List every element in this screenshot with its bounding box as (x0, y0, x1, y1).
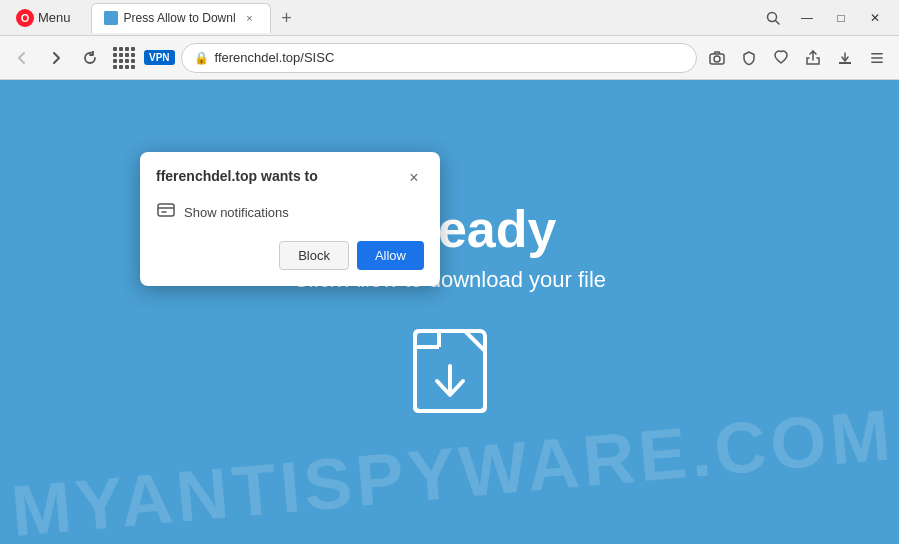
dialog-permission: Show notifications (156, 200, 424, 225)
tab-close-button[interactable]: × (242, 10, 258, 26)
address-bar-actions (703, 44, 891, 72)
notification-dialog: fferenchdel.top wants to × Show notifica… (140, 152, 440, 286)
lock-icon: 🔒 (194, 51, 209, 65)
menu-dots-button[interactable] (863, 44, 891, 72)
new-tab-button[interactable]: + (273, 5, 301, 33)
camera-button[interactable] (703, 44, 731, 72)
url-text: fferenchdel.top/SISC (215, 50, 684, 65)
dialog-title: fferenchdel.top wants to (156, 168, 318, 184)
svg-line-2 (776, 20, 780, 24)
dialog-actions: Block Allow (156, 241, 424, 270)
forward-button[interactable] (42, 44, 70, 72)
svg-rect-5 (871, 53, 883, 55)
svg-rect-6 (871, 57, 883, 59)
page-text-area: Is Ready Click Allow to download your fi… (0, 80, 899, 544)
menu-label: Menu (38, 10, 71, 25)
window-controls: — □ ✕ (757, 2, 891, 34)
vpn-badge[interactable]: VPN (144, 50, 175, 65)
address-bar: VPN 🔒 fferenchdel.top/SISC (0, 36, 899, 80)
maximize-button[interactable]: □ (825, 2, 857, 34)
minimize-button[interactable]: — (791, 2, 823, 34)
block-button[interactable]: Block (279, 241, 349, 270)
back-button[interactable] (8, 44, 36, 72)
grid-view-button[interactable] (110, 44, 138, 72)
tabs-area: Press Allow to Downl × + (87, 3, 749, 33)
page-content: MYANTISPYWARE.COM Is Ready Click Allow t… (0, 80, 899, 544)
svg-rect-12 (158, 204, 174, 216)
browser-frame: O Menu Press Allow to Downl × + — (0, 0, 899, 544)
dialog-header: fferenchdel.top wants to × (156, 168, 424, 188)
refresh-button[interactable] (76, 44, 104, 72)
shield-button[interactable] (735, 44, 763, 72)
tab-favicon (104, 11, 118, 25)
search-button[interactable] (757, 2, 789, 34)
menu-button[interactable]: O Menu (8, 5, 79, 31)
download-icon-wrap (405, 321, 495, 425)
allow-button[interactable]: Allow (357, 241, 424, 270)
permission-text: Show notifications (184, 205, 289, 220)
url-bar[interactable]: 🔒 fferenchdel.top/SISC (181, 43, 697, 73)
notification-icon (156, 200, 176, 225)
title-bar: O Menu Press Allow to Downl × + — (0, 0, 899, 36)
tab-label: Press Allow to Downl (124, 11, 236, 25)
opera-icon: O (16, 9, 34, 27)
dialog-close-button[interactable]: × (404, 168, 424, 188)
download-button[interactable] (831, 44, 859, 72)
heart-button[interactable] (767, 44, 795, 72)
svg-point-4 (714, 56, 720, 62)
svg-rect-7 (871, 61, 883, 63)
svg-rect-0 (104, 11, 118, 25)
share-button[interactable] (799, 44, 827, 72)
close-button[interactable]: ✕ (859, 2, 891, 34)
active-tab[interactable]: Press Allow to Downl × (91, 3, 271, 33)
